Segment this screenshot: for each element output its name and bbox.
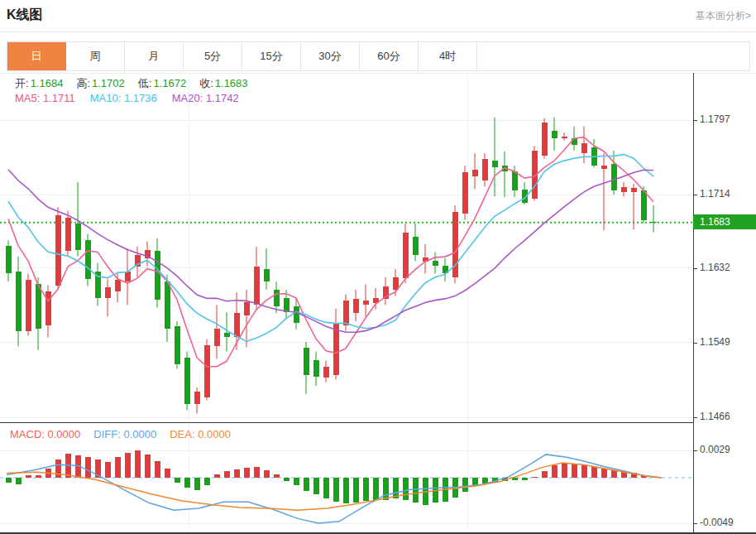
tab-hour4[interactable]: 4时 <box>419 42 477 70</box>
current-price-label: 1.1683 <box>700 216 730 228</box>
tab-weekly[interactable]: 周 <box>66 42 125 70</box>
high-value: 高:1.1702 <box>76 76 124 91</box>
tabbar-filler <box>477 42 749 70</box>
tab-daily[interactable]: 日 <box>7 42 66 70</box>
page-title: K线图 <box>7 7 43 24</box>
diff-value: DIFF: 0.0000 <box>93 428 156 440</box>
macd-info: MACD: 0.0000 DIFF: 0.0000 DEA: 0.0000 <box>10 428 231 440</box>
y-axis-tick-label: 1.1466 <box>700 411 730 422</box>
ma10-value: MA10: 1.1736 <box>90 92 157 104</box>
candlestick-chart[interactable] <box>0 73 693 422</box>
tab-min5[interactable]: 5分 <box>184 42 242 70</box>
y-axis-tick-mark <box>693 523 697 524</box>
y-axis-tick-mark <box>693 120 697 121</box>
header-divider <box>0 31 756 32</box>
fundamental-analysis-link[interactable]: 基本面分析> <box>696 9 751 23</box>
tab-min60[interactable]: 60分 <box>360 42 419 70</box>
ma10-line <box>8 155 653 342</box>
y-axis-tick-label: 1.1714 <box>700 188 730 200</box>
kline-page: K线图 基本面分析> 日周月5分15分30分60分4时 开:1.1684 高:1… <box>0 0 756 534</box>
tab-min30[interactable]: 30分 <box>301 42 360 70</box>
dea-value: DEA: 0.0000 <box>170 428 231 440</box>
ma20-line <box>8 170 653 332</box>
price-axis-line <box>693 73 694 532</box>
y-axis-tick-mark <box>693 417 697 418</box>
ma20-value: MA20: 1.1742 <box>172 92 239 104</box>
macd-value: MACD: 0.0000 <box>10 428 80 440</box>
y-axis-tick-mark <box>693 450 697 451</box>
ma-info: MA5: 1.1711 MA10: 1.1736 MA20: 1.1742 <box>15 92 239 104</box>
y-axis-tick-mark <box>693 268 697 269</box>
main-chart-bottom-border <box>0 422 693 423</box>
y-axis-tick-label: 0.0029 <box>700 444 730 455</box>
y-axis-tick-label: 1.1797 <box>700 113 730 125</box>
ohlc-info: 开:1.1684 高:1.1702 低:1.1672 收:1.1683 <box>15 76 248 91</box>
y-axis-tick-label: 1.1549 <box>700 336 730 348</box>
tab-monthly[interactable]: 月 <box>125 42 184 70</box>
y-axis-tick-mark <box>693 343 697 344</box>
y-axis-tick-label: 1.1632 <box>700 262 730 273</box>
open-value: 开:1.1684 <box>15 76 63 91</box>
y-axis-tick-label: -0.0049 <box>700 517 734 528</box>
close-value: 收:1.1683 <box>199 76 247 91</box>
ma5-line <box>8 137 653 367</box>
y-axis-tick-mark <box>693 195 697 195</box>
low-value: 低:1.1672 <box>138 76 186 91</box>
tab-min15[interactable]: 15分 <box>242 42 301 70</box>
interval-tabbar: 日周月5分15分30分60分4时 <box>7 41 750 71</box>
current-price-tag: 1.1683 <box>693 214 756 229</box>
ma5-value: MA5: 1.1711 <box>15 92 75 104</box>
